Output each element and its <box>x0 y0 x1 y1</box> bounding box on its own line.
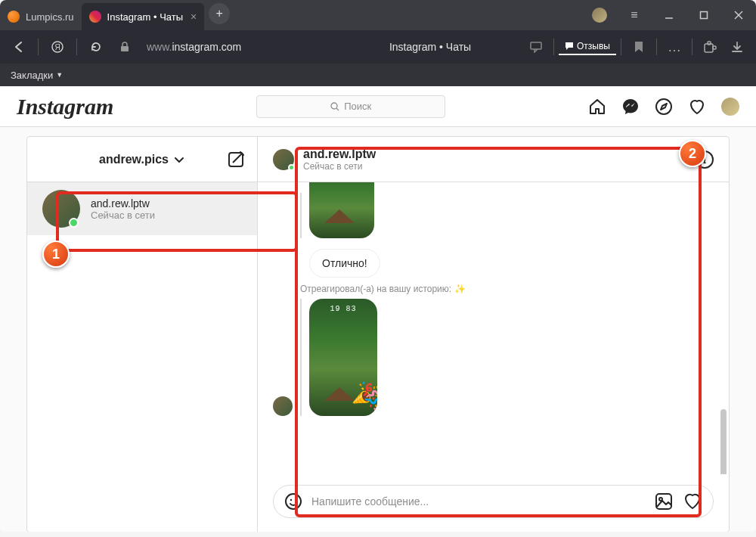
svg-line-12 <box>336 108 339 110</box>
svg-rect-1 <box>701 12 708 19</box>
bookmarks-label: Закладки <box>11 70 53 81</box>
image-icon[interactable] <box>654 492 674 511</box>
conversation-header: and.rew.lptw Сейчас в сети i <box>258 137 729 182</box>
account-switcher[interactable]: andrew.pics <box>99 153 185 166</box>
back-button[interactable] <box>6 34 32 60</box>
url-host: instagram.com <box>172 41 241 53</box>
annotation-badge-2: 2 <box>679 140 706 167</box>
chevron-down-icon <box>173 154 185 166</box>
svg-rect-10 <box>713 46 716 49</box>
thread-status: Сейчас в сети <box>91 210 155 221</box>
svg-text:Я: Я <box>54 43 60 51</box>
tab-lumpics[interactable]: Lumpics.ru <box>0 3 82 30</box>
thread-name: and.rew.lptw <box>91 197 155 210</box>
message-input[interactable]: Напишите сообщение... <box>273 485 714 518</box>
heart-icon[interactable] <box>688 98 706 116</box>
favicon-lumpics <box>8 11 20 23</box>
instagram-main: andrew.pics and.rew.lptw Сейчас в сети <box>0 127 756 532</box>
address-bar: Я www.instagram.com Instagram • Чаты Отз… <box>0 30 756 64</box>
svg-rect-7 <box>531 42 541 49</box>
tab-instagram[interactable]: Instagram • Чаты × <box>82 3 205 30</box>
new-tab-button[interactable]: + <box>209 3 230 24</box>
instagram-header: Instagram Поиск <box>0 86 756 127</box>
search-input[interactable]: Поиск <box>256 95 445 118</box>
thread-avatar <box>42 190 80 228</box>
message-story-1: 19 83 <box>273 193 714 238</box>
tab-lumpics-title: Lumpics.ru <box>26 11 74 23</box>
thread-item[interactable]: and.rew.lptw Сейчас в сети <box>27 182 257 235</box>
svg-point-13 <box>656 99 671 114</box>
dm-conversation: and.rew.lptw Сейчас в сети i 19 83 <box>258 137 729 532</box>
close-tab-icon[interactable]: × <box>191 11 197 23</box>
downloads-icon[interactable] <box>724 34 750 60</box>
dm-panel: andrew.pics and.rew.lptw Сейчас в сети <box>26 136 730 532</box>
url-protocol: www. <box>147 41 172 53</box>
online-indicator <box>69 218 79 228</box>
page-title: Instagram • Чаты <box>340 41 520 53</box>
text-bubble: Отлично! <box>309 249 380 278</box>
emoji-icon[interactable] <box>284 492 302 511</box>
lock-icon[interactable] <box>112 34 138 60</box>
chevron-down-icon: ▼ <box>56 71 63 79</box>
home-icon[interactable] <box>588 98 606 116</box>
reaction-note: Отреагировал(-а) на вашу историю: ✨ <box>300 284 714 294</box>
reviews-label: Отзывы <box>577 41 610 51</box>
profile-avatar-browser[interactable] <box>582 0 617 30</box>
comment-icon[interactable] <box>523 34 549 60</box>
header-avatar[interactable] <box>273 149 294 170</box>
svg-point-11 <box>331 103 337 109</box>
annotation-badge-1: 1 <box>42 241 70 268</box>
svg-point-15 <box>286 494 301 509</box>
more-icon[interactable]: … <box>662 34 687 60</box>
message-avatar[interactable] <box>273 396 293 416</box>
window-minimize-icon[interactable] <box>652 0 686 30</box>
thread-info: and.rew.lptw Сейчас в сети <box>91 197 155 221</box>
scrollbar-thumb[interactable] <box>720 409 727 474</box>
browser-menu-icon[interactable]: ≡ <box>617 0 652 30</box>
explore-icon[interactable] <box>655 98 673 116</box>
tab-instagram-title: Instagram • Чаты <box>107 11 183 23</box>
svg-rect-9 <box>708 42 711 45</box>
window-maximize-icon[interactable] <box>686 0 721 30</box>
search-icon <box>330 102 339 111</box>
compose-icon[interactable] <box>227 151 245 169</box>
message-story-2: 19 83 🎉 <box>273 299 714 416</box>
my-username: andrew.pics <box>99 153 169 166</box>
message-input-row: Напишите сообщение... <box>258 474 729 532</box>
extensions-icon[interactable] <box>697 34 723 60</box>
svg-rect-6 <box>121 46 129 51</box>
message-text-1: Отлично! <box>273 249 714 278</box>
profile-avatar[interactable] <box>721 98 739 116</box>
messages-scroll[interactable]: 19 83 Отлично! Отреагировал(-а) на вашу … <box>258 182 729 474</box>
svg-point-16 <box>290 499 292 501</box>
story-label: 19 83 <box>309 305 377 313</box>
instagram-logo[interactable]: Instagram <box>17 94 113 120</box>
header-name: and.rew.lptw <box>303 147 376 161</box>
svg-point-17 <box>295 499 296 501</box>
story-thumbnail[interactable]: 19 83 🎉 <box>309 299 377 416</box>
yandex-icon[interactable]: Я <box>45 34 70 60</box>
window-close-icon[interactable] <box>721 0 756 30</box>
header-status: Сейчас в сети <box>303 161 376 172</box>
browser-tab-bar: Lumpics.ru Instagram • Чаты × + ≡ <box>0 0 756 30</box>
dm-sidebar-header: andrew.pics <box>27 137 257 182</box>
bookmarks-bar[interactable]: Закладки ▼ <box>0 64 756 86</box>
search-placeholder: Поиск <box>344 101 371 112</box>
browser-window: Lumpics.ru Instagram • Чаты × + ≡ Я <box>0 0 756 532</box>
sparkle-icon: ✨ <box>454 284 466 294</box>
party-popper-icon: 🎉 <box>350 378 377 413</box>
story-thumbnail[interactable]: 19 83 <box>309 182 374 238</box>
messenger-icon[interactable] <box>621 98 640 116</box>
bookmark-icon[interactable] <box>626 34 652 60</box>
online-indicator <box>288 164 295 171</box>
url-field[interactable]: www.instagram.com <box>141 41 337 53</box>
reviews-button[interactable]: Отзывы <box>559 39 616 55</box>
reload-icon[interactable] <box>83 34 109 60</box>
dm-sidebar: andrew.pics and.rew.lptw Сейчас в сети <box>27 137 258 532</box>
input-placeholder: Напишите сообщение... <box>311 495 645 508</box>
heart-icon[interactable] <box>683 492 702 511</box>
favicon-instagram <box>89 11 101 23</box>
